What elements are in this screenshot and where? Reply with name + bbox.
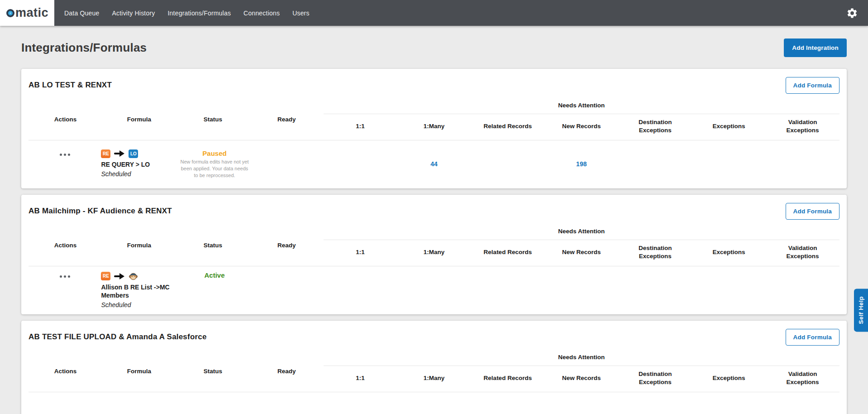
source-re-icon: RE xyxy=(101,149,110,158)
formula-row xyxy=(29,392,839,414)
integration-title: AB TEST FILE UPLOAD & Amanda A Salesforc… xyxy=(29,332,207,342)
table-header: Actions Formula Status Ready Needs Atten… xyxy=(29,225,839,266)
page-header: Integrations/Formulas Add Integration xyxy=(21,38,847,57)
needs-attention-header: Needs Attention xyxy=(324,99,839,114)
col-new-records: New Records xyxy=(544,122,618,130)
col-ready: Ready xyxy=(250,368,324,375)
formula-name: RE QUERY > LO xyxy=(101,161,171,169)
integration-card-ab-mailchimp: AB Mailchimp - KF Audience & RENXT Add F… xyxy=(21,195,847,314)
col-destination-exceptions: Destination Exceptions xyxy=(618,118,692,134)
table-header: Actions Formula Status Ready Needs Atten… xyxy=(29,351,839,392)
col-validation-exceptions: Validation Exceptions xyxy=(766,244,839,260)
col-formula: Formula xyxy=(102,368,176,375)
status-label: Active xyxy=(178,271,251,279)
destination-exceptions-cell xyxy=(618,160,692,168)
col-related-records: Related Records xyxy=(471,122,544,130)
col-new-records: New Records xyxy=(544,248,618,256)
col-1-1: 1:1 xyxy=(324,122,397,130)
nav-items: Data Queue Activity History Integrations… xyxy=(58,0,316,26)
status-label: Paused xyxy=(178,149,251,157)
col-1-many: 1:Many xyxy=(397,374,471,382)
ready-cell xyxy=(251,271,323,308)
col-exceptions: Exceptions xyxy=(692,374,766,382)
formula-schedule: Scheduled xyxy=(101,301,173,308)
col-status: Status xyxy=(176,242,250,249)
settings-gear-icon[interactable] xyxy=(846,7,858,19)
destination-mailchimp-icon xyxy=(129,271,138,281)
exceptions-cell xyxy=(692,160,766,168)
nav-item-data-queue[interactable]: Data Queue xyxy=(58,0,106,26)
omatic-logo-text: matic xyxy=(15,7,48,19)
nav-item-integrations-formulas[interactable]: Integrations/Formulas xyxy=(162,0,238,26)
col-status: Status xyxy=(176,116,250,123)
col-ready: Ready xyxy=(250,242,324,249)
col-related-records: Related Records xyxy=(471,248,544,256)
col-1-1: 1:1 xyxy=(324,248,397,256)
validation-exceptions-cell xyxy=(766,160,839,168)
col-exceptions: Exceptions xyxy=(692,122,766,130)
col-validation-exceptions: Validation Exceptions xyxy=(766,370,839,386)
col-ready: Ready xyxy=(250,116,324,123)
col-actions: Actions xyxy=(29,116,102,123)
col-1-many: 1:Many xyxy=(397,122,471,130)
formula-name: Allison B RE List ->MC Members xyxy=(101,284,171,299)
top-nav: matic Data Queue Activity History Integr… xyxy=(0,0,868,26)
col-related-records: Related Records xyxy=(471,374,544,382)
ready-cell xyxy=(251,149,323,179)
add-formula-button[interactable]: Add Formula xyxy=(786,329,839,346)
add-integration-button[interactable]: Add Integration xyxy=(784,39,847,57)
col-formula: Formula xyxy=(102,242,176,249)
needs-attention-header: Needs Attention xyxy=(324,351,839,366)
ellipsis-menu-icon xyxy=(60,275,70,278)
needs-attention-header: Needs Attention xyxy=(324,225,839,240)
col-destination-exceptions: Destination Exceptions xyxy=(618,370,692,386)
formula-schedule: Scheduled xyxy=(101,170,173,178)
row-actions-menu[interactable] xyxy=(29,149,101,179)
status-note: New formula edits have not yet been appl… xyxy=(178,159,251,179)
integration-card-ab-lo-test: AB LO TEST & RENXT Add Formula Actions F… xyxy=(21,69,847,188)
related-records-cell xyxy=(471,160,544,168)
integration-title: AB LO TEST & RENXT xyxy=(29,81,112,90)
integration-title: AB Mailchimp - KF Audience & RENXT xyxy=(29,207,172,216)
page-title: Integrations/Formulas xyxy=(21,41,147,55)
col-exceptions: Exceptions xyxy=(692,248,766,256)
new-records-count-link[interactable]: 198 xyxy=(576,160,587,168)
nav-item-activity-history[interactable]: Activity History xyxy=(106,0,162,26)
col-actions: Actions xyxy=(29,242,102,249)
add-formula-button[interactable]: Add Formula xyxy=(786,77,839,94)
source-re-icon: RE xyxy=(101,272,110,280)
integration-card-ab-test-file-upload: AB TEST FILE UPLOAD & Amanda A Salesforc… xyxy=(21,321,847,414)
omatic-logo-o-icon xyxy=(8,11,13,15)
add-formula-button[interactable]: Add Formula xyxy=(786,203,839,220)
arrow-right-icon xyxy=(114,150,125,157)
nav-item-connections[interactable]: Connections xyxy=(237,0,286,26)
col-status: Status xyxy=(176,368,250,375)
col-formula: Formula xyxy=(102,116,176,123)
col-1-1: 1:1 xyxy=(324,374,397,382)
formula-row: RE LO RE QUERY > LO Scheduled Paused New… xyxy=(29,140,839,188)
formula-row: RE xyxy=(29,266,839,314)
omatic-logo[interactable]: matic xyxy=(0,0,54,26)
nav-item-users[interactable]: Users xyxy=(286,0,316,26)
col-new-records: New Records xyxy=(544,374,618,382)
ellipsis-menu-icon xyxy=(60,154,70,156)
one-to-one-cell xyxy=(324,160,397,168)
destination-lo-icon: LO xyxy=(129,149,138,158)
arrow-right-icon xyxy=(114,273,125,279)
col-destination-exceptions: Destination Exceptions xyxy=(618,244,692,260)
self-help-tab[interactable]: Self Help xyxy=(854,289,868,332)
col-actions: Actions xyxy=(29,368,102,375)
one-to-many-count-link[interactable]: 44 xyxy=(430,160,438,168)
table-header: Actions Formula Status Ready Needs Atten… xyxy=(29,99,839,140)
col-1-many: 1:Many xyxy=(397,248,471,256)
col-validation-exceptions: Validation Exceptions xyxy=(766,118,839,134)
row-actions-menu[interactable] xyxy=(29,271,101,308)
